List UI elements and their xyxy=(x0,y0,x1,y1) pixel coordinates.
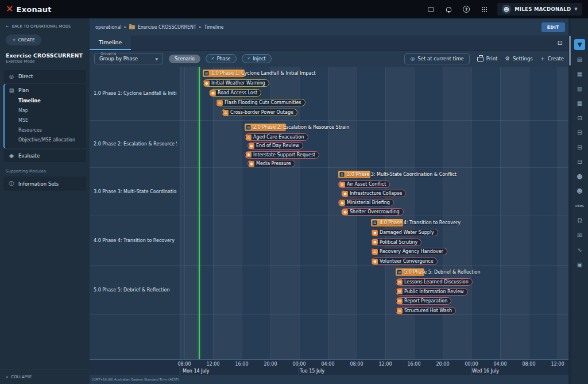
inject-item[interactable]: ◆End of Day Review xyxy=(247,142,303,149)
inject-label: End of Day Review xyxy=(256,143,299,148)
scrollbar-thumb[interactable] xyxy=(569,36,571,66)
edit-button[interactable]: EDIT xyxy=(541,22,565,32)
phase-bar[interactable]: ▤1.0 Phase 1: Cyclone Landfall & Initial… xyxy=(203,70,316,77)
inject-item[interactable]: ◆Ministerial Briefing xyxy=(338,199,394,206)
sidebar-item-mse[interactable]: MSE xyxy=(18,116,86,125)
inject-item[interactable]: ◆Political Scrutiny xyxy=(371,239,421,246)
filter-chip-inject[interactable]: ✓Inject xyxy=(242,54,272,63)
html-icon[interactable]: HTML xyxy=(574,201,585,212)
frame-icon[interactable]: ▦ xyxy=(574,98,585,109)
archive-icon-4[interactable]: ⊟ xyxy=(574,156,585,167)
inject-item[interactable]: ◆Infrastructure Collapse xyxy=(341,190,406,197)
set-at-current-time-button[interactable]: ◎ Set at current time xyxy=(404,53,469,64)
sidebar-item-direct[interactable]: ◎Direct xyxy=(3,71,86,82)
create-button-label: CREATE xyxy=(18,37,35,43)
user-menu[interactable]: ☻ MILES MACDONALD ▼ xyxy=(497,3,582,16)
inject-item[interactable]: ◆Volunteer Convergence xyxy=(371,258,438,265)
exonaut-logo-icon: ✕ xyxy=(6,5,14,14)
inject-icon: ✉ xyxy=(397,308,403,314)
fullscreen-icon[interactable]: ⊡ xyxy=(558,39,563,47)
image-icon[interactable]: ▦ xyxy=(574,68,585,79)
submenu: TimelineMapMSEResourcesObjective/MSE all… xyxy=(3,96,86,148)
create-button[interactable]: + CREATE xyxy=(6,34,41,45)
inject-item[interactable]: ◆Shelter Overcrowding xyxy=(341,208,404,216)
filter-chip-scenario[interactable]: Scenario xyxy=(169,55,200,63)
bell-icon[interactable]: Ω xyxy=(574,215,585,226)
phase-bar-icon: ▤ xyxy=(204,71,209,76)
inject-item[interactable]: ◆Damaged Water Supply xyxy=(371,229,438,236)
sidebar-item-information-sets[interactable]: ⓘInformation Sets xyxy=(3,177,86,190)
sidebar-item-map[interactable]: Map xyxy=(18,106,86,116)
inject-item[interactable]: ✉Report Preparation xyxy=(396,297,451,305)
inject-item[interactable]: ◆Road Access Lost xyxy=(209,89,261,97)
help-icon[interactable]: ? xyxy=(462,5,471,14)
filter-icon[interactable]: ▼ xyxy=(574,39,585,50)
inject-item[interactable]: ⚠Flash Flooding Cuts Communities xyxy=(216,99,305,106)
inject-item[interactable]: ⚠Recovery Agency Handover xyxy=(371,248,447,255)
briefcase-icon[interactable]: ▣ xyxy=(574,259,585,270)
app-frame: ← BACK TO OPERATIONAL MODE + CREATE Exer… xyxy=(0,18,588,384)
axis-time-label: 16:00 xyxy=(407,362,420,367)
breadcrumb-item-operational[interactable]: operational xyxy=(95,25,122,30)
filter-chip-phase[interactable]: ✓Phase xyxy=(206,54,237,63)
timeline-group-row: ▤5.0 Phase 5: Debrief & Reflection✉Lesso… xyxy=(180,266,568,315)
notifications-bell-icon[interactable] xyxy=(444,5,453,14)
timeline-group-label: 5.0 Phase 5: Debrief & Reflection xyxy=(90,266,180,315)
report-icon[interactable]: ∿ xyxy=(574,244,585,255)
create-item-button[interactable]: + Create xyxy=(540,56,564,62)
group-icon[interactable]: ☻ xyxy=(574,186,585,197)
inject-item[interactable]: ⊘Air Asset Conflict xyxy=(338,181,390,188)
group-label-text: 1.0 Phase 1: Cyclone Landfall & Initia..… xyxy=(94,91,177,96)
inject-item[interactable]: ◆Interstate Support Request xyxy=(245,151,319,159)
inject-icon: ◆ xyxy=(342,209,348,215)
inject-item[interactable]: ✉Public Information Review xyxy=(396,288,468,295)
phase-bar[interactable]: ▤3.0 Phase 3: Multi-State Coordination &… xyxy=(338,171,457,178)
archive-icon[interactable]: ⊟ xyxy=(574,113,585,124)
avatar: ☻ xyxy=(502,5,511,14)
chevron-down-icon: ▼ xyxy=(155,57,158,61)
sidebar-item-resources[interactable]: Resources xyxy=(18,125,86,135)
archive-icon-3[interactable]: ⊟ xyxy=(574,142,585,153)
vertical-scrollbar[interactable] xyxy=(568,18,571,384)
inject-item[interactable]: ✉Structured Hot Wash xyxy=(396,307,456,314)
collapse-button[interactable]: « COLLAPSE xyxy=(0,370,90,384)
axis-spacer xyxy=(90,360,180,375)
archive-icon-2[interactable]: ⊟ xyxy=(574,127,585,138)
breadcrumb-item-timeline[interactable]: Timeline xyxy=(204,25,224,30)
axis-time-label: 04:00 xyxy=(493,362,506,367)
sidebar-item-timeline[interactable]: Timeline xyxy=(18,96,86,106)
inject-item[interactable]: ⚠Aged Care Evacuation xyxy=(245,133,308,141)
chat-icon[interactable] xyxy=(426,5,435,14)
inject-label: Report Preparation xyxy=(404,298,447,304)
frame-user-icon[interactable]: ▥ xyxy=(574,83,585,94)
phase-bar[interactable]: ▤2.0 Phase 2: Escalation & Resource Stra… xyxy=(245,124,349,131)
chevron-right-icon: ▸ xyxy=(199,25,202,29)
inject-item[interactable]: ⚠Cross-border Power Outage xyxy=(222,109,297,116)
user-name: MILES MACDONALD xyxy=(514,6,571,12)
print-button[interactable]: Print xyxy=(477,56,498,62)
axis-time-label: 16:00 xyxy=(235,362,248,367)
sidebar-item-evaluate[interactable]: ◉Evaluate xyxy=(3,150,86,162)
sidebar-item-label: Plan xyxy=(18,87,29,93)
phase-bar[interactable]: ▤4.0 Phase 4: Transition to Recovery xyxy=(371,219,461,226)
team-icon[interactable]: ☻ xyxy=(574,171,585,182)
grouping-select[interactable]: Grouping Group by Phase ▼ xyxy=(94,53,163,64)
back-to-operational-mode-link[interactable]: ← BACK TO OPERATIONAL MODE xyxy=(0,18,90,33)
tab-timeline[interactable]: Timeline xyxy=(90,35,131,50)
settings-button[interactable]: ⚙ Settings xyxy=(505,56,532,62)
timezone-bar: (GMT+10:00) Australian Eastern Standard … xyxy=(90,375,568,384)
sidebar-item-objective-mse-allocation[interactable]: Objective/MSE allocation xyxy=(18,135,86,145)
phase-bar[interactable]: ▤5.0 Phase 5: Debrief & Reflection xyxy=(396,268,481,276)
sidebar-item-plan[interactable]: ▤Plan xyxy=(3,85,86,96)
breadcrumb-item-exercise-crosscurrent[interactable]: Exercise CROSSCURRENT xyxy=(138,25,196,30)
mail-icon[interactable]: ✉ xyxy=(574,230,585,241)
apps-grid-icon[interactable] xyxy=(479,5,489,14)
inject-item[interactable]: ◆Initial Weather Warning xyxy=(203,79,269,87)
inject-item[interactable]: ✉Lessons Learned Discussion xyxy=(396,278,473,286)
axis-day-separator xyxy=(299,360,299,375)
document-icon[interactable]: ▤ xyxy=(574,54,585,65)
exercise-mode-label: Exercise Mode xyxy=(0,59,90,69)
phase-bar-label: 3.0 Phase 3: Multi-State Coordination & … xyxy=(347,172,457,177)
timeline-chart[interactable]: ▤1.0 Phase 1: Cyclone Landfall & Initial… xyxy=(180,67,568,359)
inject-item[interactable]: ◆Media Pressure xyxy=(247,160,295,167)
